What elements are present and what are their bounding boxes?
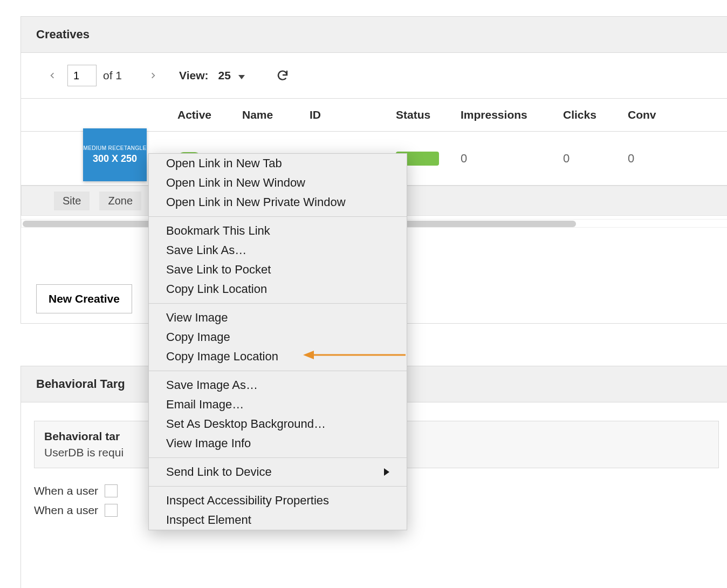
menu-separator bbox=[149, 457, 407, 458]
menu-copy-image[interactable]: Copy Image bbox=[149, 327, 407, 347]
creatives-header: Creatives bbox=[21, 17, 727, 53]
menu-open-link-private[interactable]: Open Link in New Private Window bbox=[149, 193, 407, 212]
menu-copy-link-location[interactable]: Copy Link Location bbox=[149, 279, 407, 299]
when-label-1: When a user bbox=[34, 484, 98, 497]
menu-inspect-element[interactable]: Inspect Element bbox=[149, 510, 407, 530]
menu-inspect-accessibility[interactable]: Inspect Accessibility Properties bbox=[149, 491, 407, 510]
menu-send-link-device[interactable]: Send Link to Device bbox=[149, 462, 407, 482]
menu-copy-image-location[interactable]: Copy Image Location bbox=[149, 347, 407, 366]
when-checkbox-2[interactable] bbox=[105, 504, 118, 517]
cell-conversions: 0 bbox=[628, 152, 692, 166]
col-active[interactable]: Active bbox=[177, 108, 242, 121]
filter-site[interactable]: Site bbox=[54, 192, 90, 210]
chevron-right-icon bbox=[149, 70, 157, 81]
menu-separator bbox=[149, 303, 407, 304]
col-impressions[interactable]: Impressions bbox=[461, 108, 563, 121]
menu-separator bbox=[149, 371, 407, 371]
menu-separator bbox=[149, 486, 407, 487]
when-label-2: When a user bbox=[34, 504, 98, 517]
menu-save-image-as[interactable]: Save Image As… bbox=[149, 375, 407, 395]
view-size-dropdown[interactable]: 25 bbox=[218, 69, 245, 82]
menu-send-link-device-label: Send Link to Device bbox=[166, 465, 272, 479]
caret-down-icon bbox=[238, 75, 245, 79]
menu-open-link-new-window[interactable]: Open Link in New Window bbox=[149, 173, 407, 193]
prev-page-button[interactable] bbox=[47, 70, 58, 81]
new-creative-button[interactable]: New Creative bbox=[36, 284, 132, 313]
table-header-row: Active Name ID Status Impressions Clicks… bbox=[21, 99, 727, 132]
thumb-label-dim: 300 X 250 bbox=[93, 153, 137, 165]
page-number-input[interactable] bbox=[67, 65, 97, 86]
col-name[interactable]: Name bbox=[242, 108, 310, 121]
menu-set-desktop-bg[interactable]: Set As Desktop Background… bbox=[149, 414, 407, 434]
col-status[interactable]: Status bbox=[396, 108, 461, 121]
creative-thumbnail[interactable]: MEDIUM RECETANGLE 300 X 250 bbox=[83, 128, 147, 181]
pagination-toolbar: of 1 View: 25 bbox=[21, 53, 727, 99]
filter-zone[interactable]: Zone bbox=[99, 192, 141, 210]
menu-bookmark-link[interactable]: Bookmark This Link bbox=[149, 221, 407, 241]
refresh-button[interactable] bbox=[276, 69, 289, 82]
col-clicks[interactable]: Clicks bbox=[563, 108, 628, 121]
menu-email-image[interactable]: Email Image… bbox=[149, 395, 407, 414]
next-page-button[interactable] bbox=[148, 70, 159, 81]
cell-impressions: 0 bbox=[461, 152, 563, 166]
when-checkbox-1[interactable] bbox=[105, 484, 118, 497]
menu-save-link-pocket[interactable]: Save Link to Pocket bbox=[149, 260, 407, 279]
page-total-label: of 1 bbox=[103, 69, 122, 82]
thumb-label-top: MEDIUM RECETANGLE bbox=[83, 145, 146, 151]
menu-view-image-info[interactable]: View Image Info bbox=[149, 434, 407, 453]
col-id[interactable]: ID bbox=[310, 108, 396, 121]
menu-view-image[interactable]: View Image bbox=[149, 308, 407, 327]
cell-clicks: 0 bbox=[563, 152, 628, 166]
menu-separator bbox=[149, 216, 407, 217]
view-size-value: 25 bbox=[218, 69, 231, 81]
context-menu: Open Link in New Tab Open Link in New Wi… bbox=[148, 153, 407, 530]
menu-open-link-new-tab[interactable]: Open Link in New Tab bbox=[149, 154, 407, 173]
submenu-arrow-icon bbox=[384, 468, 389, 476]
view-label: View: bbox=[179, 69, 208, 82]
chevron-left-icon bbox=[49, 70, 56, 81]
refresh-icon bbox=[276, 69, 289, 82]
menu-save-link-as[interactable]: Save Link As… bbox=[149, 241, 407, 260]
col-conversions[interactable]: Conv bbox=[628, 108, 692, 121]
